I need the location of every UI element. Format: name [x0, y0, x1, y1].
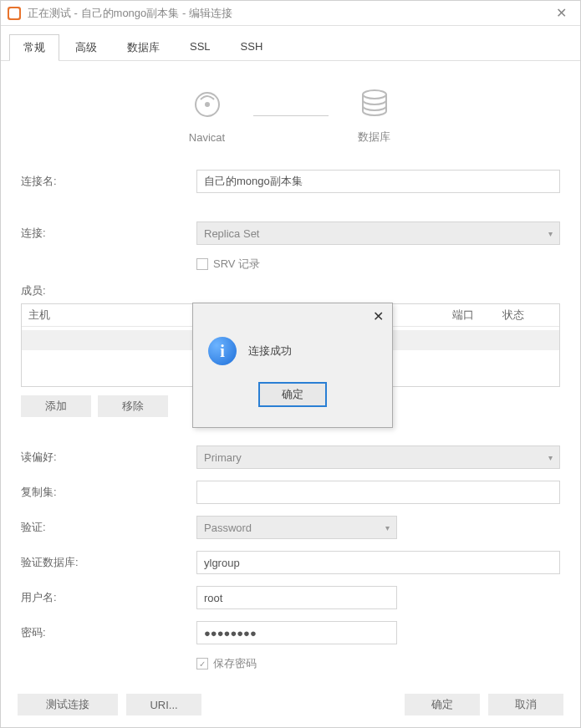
conn-name-input[interactable]	[196, 170, 560, 193]
navicat-header: Navicat	[186, 88, 228, 144]
titlebar: 正在测试 - 自己的mongo副本集 - 编辑连接 ✕	[1, 1, 580, 26]
label-read-pref: 读偏好:	[21, 450, 196, 465]
tab-advanced[interactable]: 高级	[61, 34, 111, 60]
col-status: 状态	[502, 308, 553, 323]
navicat-icon	[186, 88, 228, 121]
close-icon[interactable]: ✕	[549, 5, 573, 21]
chevron-down-icon: ▾	[385, 523, 390, 532]
tab-ssh[interactable]: SSH	[227, 34, 278, 60]
database-label: 数据库	[358, 130, 390, 145]
dialog-ok-button[interactable]: 确定	[258, 382, 327, 407]
tabs: 常规 高级 数据库 SSL SSH	[1, 26, 580, 61]
label-auth: 验证:	[21, 520, 196, 535]
label-replica-set: 复制集:	[21, 485, 196, 500]
connector-line	[253, 115, 329, 116]
label-username: 用户名:	[21, 590, 196, 605]
tab-databases[interactable]: 数据库	[113, 34, 174, 60]
read-pref-value: Primary	[204, 451, 242, 464]
save-password-label: 保存密码	[213, 656, 257, 671]
read-pref-select[interactable]: Primary ▾	[196, 445, 560, 469]
ok-button[interactable]: 确定	[405, 694, 480, 715]
tab-ssl[interactable]: SSL	[176, 34, 225, 60]
tab-general[interactable]: 常规	[9, 34, 59, 60]
label-auth-db: 验证数据库:	[21, 555, 196, 570]
footer: 测试连接 URI... 确定 取消	[1, 685, 580, 727]
password-input[interactable]	[196, 621, 397, 644]
uri-button[interactable]: URI...	[126, 694, 201, 715]
auth-select[interactable]: Password ▾	[196, 516, 397, 539]
conn-type-select[interactable]: Replica Set ▾	[196, 221, 560, 245]
database-icon	[354, 86, 395, 120]
chevron-down-icon: ▾	[548, 453, 553, 462]
test-connection-button[interactable]: 测试连接	[18, 694, 118, 715]
app-icon	[8, 7, 21, 20]
replica-set-input[interactable]	[196, 481, 560, 504]
info-icon: i	[208, 337, 237, 365]
label-password: 密码:	[21, 625, 196, 640]
dialog-close-icon[interactable]: ✕	[373, 308, 384, 324]
srv-label: SRV 记录	[213, 257, 260, 272]
chevron-down-icon: ▾	[548, 229, 553, 238]
window-title: 正在测试 - 自己的mongo副本集 - 编辑连接	[28, 6, 549, 21]
cancel-button[interactable]: 取消	[488, 694, 563, 715]
members-label: 成员:	[21, 283, 560, 298]
header-graphic: Navicat 数据库	[21, 86, 560, 145]
auth-value: Password	[204, 522, 252, 534]
conn-type-value: Replica Set	[204, 227, 259, 240]
add-button[interactable]: 添加	[21, 395, 91, 417]
dialog-message: 连接成功	[248, 344, 292, 359]
svg-point-1	[205, 102, 210, 107]
message-dialog: ✕ i 连接成功 确定	[192, 303, 393, 428]
auth-db-input[interactable]	[196, 551, 560, 574]
svg-point-2	[363, 90, 386, 99]
remove-button[interactable]: 移除	[98, 395, 168, 417]
label-conn: 连接:	[21, 226, 196, 241]
srv-checkbox[interactable]	[196, 258, 208, 270]
save-password-checkbox[interactable]: ✓	[196, 658, 208, 669]
username-input[interactable]	[196, 586, 397, 609]
database-header: 数据库	[354, 86, 395, 145]
label-conn-name: 连接名:	[21, 174, 196, 189]
navicat-label: Navicat	[189, 131, 225, 144]
col-port: 端口	[452, 308, 502, 323]
